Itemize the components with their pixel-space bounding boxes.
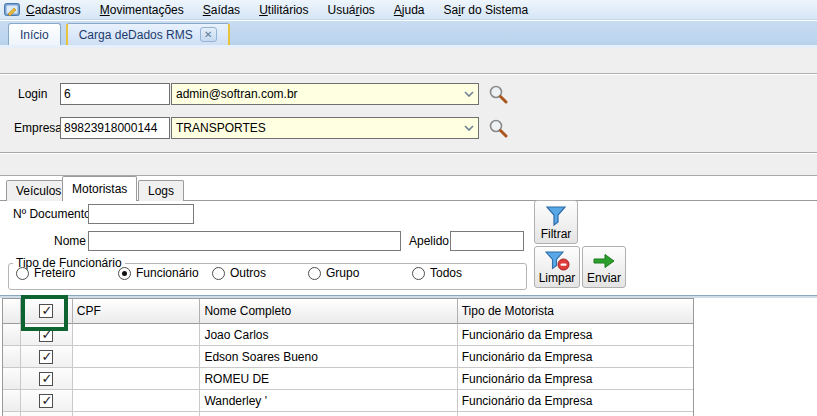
row-indicator[interactable] [3,324,21,346]
row-indicator[interactable] [3,346,21,368]
tab-veiculos-label: Veículos [16,184,61,198]
app-icon [4,3,20,17]
empresa-search-button[interactable] [486,117,510,139]
header-cpf[interactable]: CPF [73,299,201,324]
documento-label: Nº Documento [13,204,91,224]
cell-nome[interactable]: Wanderley ' [200,390,457,412]
motoristas-grid: CPF Nome Completo Tipo de Motorista Joao… [2,298,694,416]
header-checkbox[interactable] [39,304,53,318]
menu-item-ajuda[interactable]: Ajuda [394,3,425,17]
menu-item-movimentações[interactable]: Movimentações [100,3,184,17]
radio-label: Freteiro [34,266,75,280]
row-indicator[interactable] [3,368,21,390]
table-row[interactable]: Edson Soares BuenoFuncionário da Empresa [3,346,693,368]
row-checkbox[interactable] [39,372,53,386]
separator-strip [0,154,817,176]
tab-bar: Início Carga deDados RMS ✕ [0,21,817,48]
filtrar-button[interactable]: Filtrar [534,200,578,244]
tab-motoristas-label: Motoristas [72,182,127,196]
menu-item-saídas[interactable]: Saídas [203,3,240,17]
login-combo-value: admin@softran.com.br [176,87,298,101]
radio-dot [212,267,225,280]
row-checkbox-cell[interactable] [21,368,73,390]
empresa-code-input[interactable] [60,117,170,139]
empresa-combo[interactable]: TRANSPORTES [171,117,479,139]
radio-label: Todos [430,266,462,280]
row-checkbox-cell[interactable] [21,324,73,346]
limpar-label: Limpar [539,271,576,285]
radio-outros[interactable]: Outros [212,266,266,280]
row-checkbox[interactable] [39,394,53,408]
cell-nome[interactable] [200,412,457,416]
tab-carga-dedados-rms[interactable]: Carga deDados RMS ✕ [66,23,230,45]
header-checkbox-cell[interactable] [21,299,73,324]
table-row[interactable]: Joao CarlosFuncionário da Empresa [3,324,693,346]
cell-tipo[interactable]: Funcionário da Empresa [458,346,693,368]
menu-item-sair-do-sistema[interactable]: Sair do Sistema [444,3,529,17]
menu-item-usuários[interactable]: Usuários [327,3,374,17]
login-code-input[interactable] [60,83,170,105]
row-checkbox-cell[interactable] [21,412,73,416]
radio-grupo[interactable]: Grupo [308,266,359,280]
toolbar-strip [0,48,817,74]
apelido-input[interactable] [450,231,524,251]
enviar-button[interactable]: Enviar [582,246,626,288]
tab-inicio[interactable]: Início [8,23,61,45]
radio-label: Grupo [326,266,359,280]
table-row[interactable]: Wanderley 'Funcionário da Empresa [3,390,693,412]
main-panel: Veículos Motoristas Logs Nº Documento No… [0,176,817,416]
login-search-button[interactable] [486,83,510,105]
cell-tipo[interactable]: Funcionário da Empresa [458,390,693,412]
cell-cpf[interactable] [73,346,201,368]
menu-item-cadastros[interactable]: Cadastros [26,3,81,17]
cell-tipo[interactable]: Funcionário da Empresa [458,368,693,390]
chevron-down-icon[interactable] [460,84,478,104]
login-combo[interactable]: admin@softran.com.br [171,83,479,105]
cell-cpf[interactable] [73,390,201,412]
row-checkbox[interactable] [39,328,53,342]
radio-dot [308,267,321,280]
cell-tipo[interactable] [458,412,693,416]
radio-freteiro[interactable]: Freteiro [16,266,75,280]
menu-item-utilitários[interactable]: Utilitários [259,3,308,17]
row-checkbox-cell[interactable] [21,346,73,368]
radio-funcionário[interactable]: Funcionário [118,266,199,280]
search-icon [488,118,508,138]
cell-nome[interactable]: ROMEU DE [200,368,457,390]
menu-bar: CadastrosMovimentaçõesSaídasUtilitáriosU… [0,0,817,20]
search-icon [488,84,508,104]
filter-funnel-icon [544,205,568,227]
row-indicator[interactable] [3,412,21,416]
tab-logs[interactable]: Logs [138,180,184,201]
menu-items: CadastrosMovimentaçõesSaídasUtilitáriosU… [26,3,528,17]
tab-motoristas[interactable]: Motoristas [62,176,137,201]
empresa-label: Empresa [14,117,62,139]
documento-input[interactable] [88,204,194,224]
limpar-button[interactable]: Limpar [534,246,580,288]
radio-label: Funcionário [136,266,199,280]
nome-label: Nome [54,231,86,251]
radio-group: FreteiroFuncionárioOutrosGrupoTodos [0,254,519,290]
tab-close-icon[interactable]: ✕ [200,27,217,42]
cell-nome[interactable]: Joao Carlos [200,324,457,346]
cell-cpf[interactable] [73,324,201,346]
header-tipo[interactable]: Tipo de Motorista [458,299,693,324]
tab-logs-label: Logs [148,184,174,198]
radio-todos[interactable]: Todos [412,266,462,280]
nome-input[interactable] [88,231,401,251]
table-row[interactable] [3,412,693,416]
app-window: CadastrosMovimentaçõesSaídasUtilitáriosU… [0,0,817,416]
row-checkbox-cell[interactable] [21,390,73,412]
chevron-down-icon[interactable] [460,118,478,138]
row-indicator[interactable] [3,390,21,412]
header-nome[interactable]: Nome Completo [200,299,457,324]
cell-nome[interactable]: Edson Soares Bueno [200,346,457,368]
cell-tipo[interactable]: Funcionário da Empresa [458,324,693,346]
cell-cpf[interactable] [73,368,201,390]
radio-label: Outros [230,266,266,280]
table-row[interactable]: ROMEU DEFuncionário da Empresa [3,368,693,390]
clear-filter-icon [544,251,570,271]
filtrar-label: Filtrar [541,227,572,241]
row-checkbox[interactable] [39,350,53,364]
cell-cpf[interactable] [73,412,201,416]
